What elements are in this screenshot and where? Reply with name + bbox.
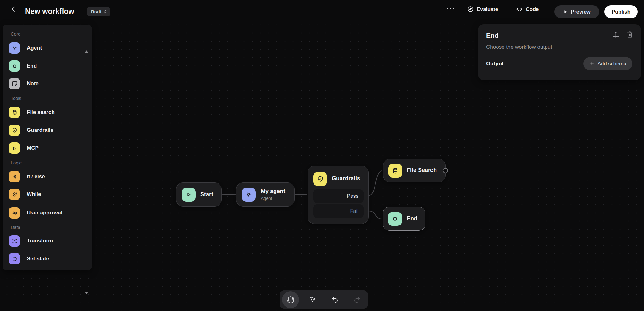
node-start-title: Start bbox=[200, 191, 213, 198]
code-button[interactable]: Code bbox=[516, 5, 539, 14]
inspector-description: Choose the workflow output bbox=[486, 44, 552, 50]
duplicate-icon[interactable] bbox=[612, 31, 619, 38]
node-end-title: End bbox=[407, 215, 417, 222]
section-logic: Logic bbox=[11, 160, 22, 165]
code-icon bbox=[516, 6, 523, 13]
palette-item-set-state[interactable]: Set state bbox=[9, 252, 87, 266]
node-agent-title: My agent bbox=[261, 188, 285, 195]
undo-button[interactable] bbox=[326, 291, 343, 308]
evaluate-label: Evaluate bbox=[477, 6, 498, 12]
code-label: Code bbox=[526, 6, 539, 12]
redo-button[interactable] bbox=[349, 291, 366, 308]
page-title: New workflow bbox=[25, 7, 74, 16]
thumbs-icon bbox=[9, 207, 20, 219]
shield-check-icon bbox=[9, 125, 20, 136]
trash-icon[interactable] bbox=[626, 31, 633, 38]
inspector-title: End bbox=[486, 32, 499, 39]
node-guardrails-title: Guardrails bbox=[332, 175, 360, 182]
compass-icon bbox=[467, 6, 474, 13]
plus-icon bbox=[589, 61, 595, 66]
output-label: Output bbox=[486, 61, 504, 67]
section-data: Data bbox=[11, 225, 20, 230]
guardrails-fail-branch[interactable]: Fail bbox=[313, 204, 364, 218]
publish-button[interactable]: Publish bbox=[604, 5, 638, 18]
preview-button[interactable]: Preview bbox=[554, 5, 599, 18]
node-file-search-title: File Search bbox=[407, 167, 437, 174]
palette-item-file-search[interactable]: File search bbox=[9, 105, 87, 119]
cursor-icon bbox=[309, 296, 317, 303]
fail-label: Fail bbox=[350, 208, 358, 214]
node-my-agent[interactable]: My agent Agent bbox=[236, 182, 295, 207]
node-end[interactable]: End bbox=[383, 207, 425, 231]
node-agent-subtitle: Agent bbox=[261, 196, 272, 201]
scroll-down-icon[interactable] bbox=[84, 292, 89, 294]
section-tools: Tools bbox=[11, 96, 21, 101]
agent-cursor-icon bbox=[242, 188, 256, 202]
preview-label: Preview bbox=[571, 9, 590, 15]
note-icon bbox=[9, 78, 20, 89]
status-badge[interactable]: Draft bbox=[87, 7, 110, 16]
palette-item-mcp[interactable]: MCP bbox=[9, 141, 87, 155]
add-schema-button[interactable]: Add schema bbox=[583, 57, 632, 70]
output-port[interactable] bbox=[443, 168, 448, 173]
palette-item-end[interactable]: End bbox=[9, 59, 87, 73]
back-button[interactable] bbox=[9, 5, 18, 13]
loop-icon bbox=[9, 189, 20, 200]
palette-item-transform[interactable]: Transform bbox=[9, 234, 87, 248]
select-cursor-tool[interactable] bbox=[304, 291, 321, 308]
hand-icon bbox=[287, 296, 294, 303]
node-file-search[interactable]: File Search bbox=[383, 159, 446, 182]
database-icon bbox=[388, 164, 402, 178]
canvas-toolbar bbox=[280, 290, 368, 309]
palette-item-note[interactable]: Note bbox=[9, 77, 87, 91]
end-square-icon bbox=[9, 60, 20, 72]
section-core: Core bbox=[11, 31, 20, 36]
agent-cursor-icon bbox=[9, 42, 20, 54]
play-icon bbox=[182, 188, 196, 202]
redo-icon bbox=[353, 296, 361, 303]
add-schema-label: Add schema bbox=[597, 61, 626, 67]
top-bar: New workflow Draft Evaluate Code Preview… bbox=[0, 0, 644, 18]
shuffle-icon bbox=[9, 235, 20, 247]
database-icon bbox=[9, 107, 20, 118]
end-square-icon bbox=[388, 212, 402, 226]
palette-item-if-else[interactable]: If / else bbox=[9, 170, 87, 184]
palette-item-while[interactable]: While bbox=[9, 187, 87, 201]
node-guardrails[interactable]: Guardrails Pass Fail bbox=[308, 166, 369, 224]
evaluate-button[interactable]: Evaluate bbox=[467, 5, 498, 14]
more-options-button[interactable] bbox=[447, 8, 454, 9]
node-palette: Core Agent End Note Tools File search bbox=[3, 25, 92, 270]
chevrons-up-down-icon bbox=[103, 9, 108, 14]
palette-item-guardrails[interactable]: Guardrails bbox=[9, 123, 87, 137]
shield-check-icon bbox=[313, 172, 327, 186]
node-start[interactable]: Start bbox=[176, 182, 222, 207]
publish-label: Publish bbox=[612, 9, 630, 15]
undo-icon bbox=[331, 296, 339, 303]
play-icon bbox=[563, 9, 568, 14]
pan-hand-tool[interactable] bbox=[282, 291, 299, 308]
palette-item-agent[interactable]: Agent bbox=[9, 41, 87, 55]
status-badge-label: Draft bbox=[91, 9, 102, 14]
split-branch-icon bbox=[9, 171, 20, 182]
workflow-builder: Start My agent Agent Guardrails Pass Fai… bbox=[0, 0, 644, 311]
pass-label: Pass bbox=[347, 193, 358, 199]
mcp-circles-icon bbox=[9, 142, 20, 154]
guardrails-pass-branch[interactable]: Pass bbox=[313, 189, 364, 203]
dashed-circle-icon bbox=[9, 253, 20, 264]
inspector-panel: End Choose the workflow output Output Ad… bbox=[478, 24, 641, 80]
palette-item-user-approval[interactable]: User approval bbox=[9, 206, 87, 220]
